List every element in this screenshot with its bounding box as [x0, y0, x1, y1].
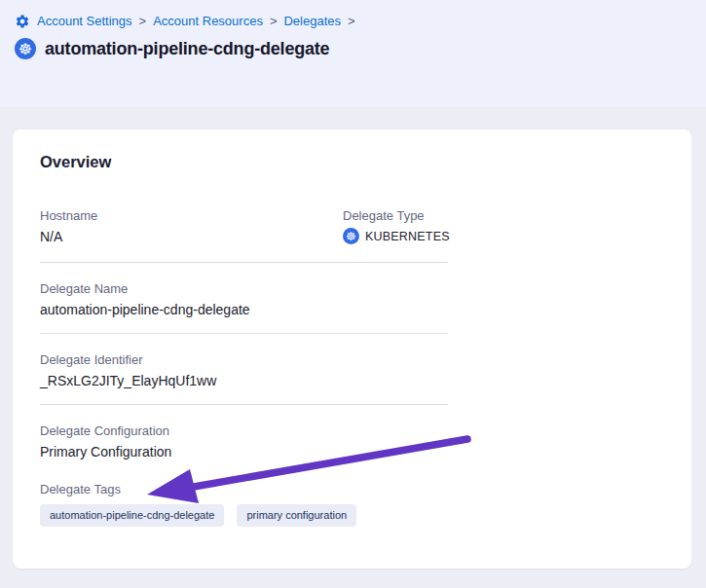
breadcrumb-separator: >: [139, 13, 147, 29]
breadcrumb: Account Settings > Account Resources > D…: [15, 13, 706, 29]
delegate-configuration-label: Delegate Configuration: [40, 423, 171, 439]
delegate-name-label: Delegate Name: [40, 281, 250, 297]
page-title: automation-pipeline-cdng-delegate: [45, 38, 329, 59]
field-hostname: Hostname N/A: [40, 208, 97, 245]
kubernetes-icon: ☸: [343, 228, 359, 244]
breadcrumb-separator: >: [348, 13, 355, 29]
tag-chip: primary configuration: [237, 504, 356, 527]
breadcrumb-link-account-settings[interactable]: Account Settings: [37, 13, 132, 29]
field-delegate-identifier: Delegate Identifier _RSxLG2JITy_ElayHqUf…: [40, 352, 216, 389]
delegate-configuration-value: Primary Configuration: [40, 444, 171, 460]
delegate-identifier-value: _RSxLG2JITy_ElayHqUf1ww: [40, 373, 216, 389]
delegate-identifier-label: Delegate Identifier: [40, 352, 216, 368]
delegate-type-label: Delegate Type: [343, 208, 450, 224]
kubernetes-wheel-glyph: ☸: [19, 40, 32, 58]
field-delegate-tags: Delegate Tags automation-pipeline-cdng-d…: [40, 482, 356, 527]
delegate-type-text: KUBERNETES: [365, 230, 450, 243]
field-delegate-configuration: Delegate Configuration Primary Configura…: [40, 423, 171, 460]
field-delegate-type: Delegate Type ☸ KUBERNETES: [343, 208, 450, 244]
delegate-name-value: automation-pipeline-cdng-delegate: [40, 302, 250, 318]
delegate-type-value: ☸ KUBERNETES: [343, 228, 450, 244]
page-header: Account Settings > Account Resources > D…: [0, 0, 706, 107]
delegate-tags-list: automation-pipeline-cdng-delegate primar…: [40, 504, 356, 527]
divider: [40, 404, 448, 405]
breadcrumb-link-account-resources[interactable]: Account Resources: [153, 13, 263, 29]
divider: [40, 262, 448, 263]
gear-icon[interactable]: [15, 14, 30, 29]
hostname-label: Hostname: [40, 208, 97, 224]
breadcrumb-separator: >: [270, 13, 278, 29]
kubernetes-wheel-glyph: ☸: [346, 230, 356, 243]
overview-heading: Overview: [40, 153, 111, 171]
delegate-tags-label: Delegate Tags: [40, 482, 356, 497]
hostname-value: N/A: [40, 229, 97, 245]
breadcrumb-link-delegates[interactable]: Delegates: [283, 13, 341, 29]
kubernetes-icon: ☸: [15, 38, 36, 59]
divider: [40, 333, 448, 334]
tag-chip: automation-pipeline-cdng-delegate: [40, 504, 224, 527]
page-title-row: ☸ automation-pipeline-cdng-delegate: [15, 38, 706, 59]
field-delegate-name: Delegate Name automation-pipeline-cdng-d…: [40, 281, 250, 318]
overview-card: Overview Hostname N/A Delegate Type ☸ KU…: [13, 129, 691, 569]
